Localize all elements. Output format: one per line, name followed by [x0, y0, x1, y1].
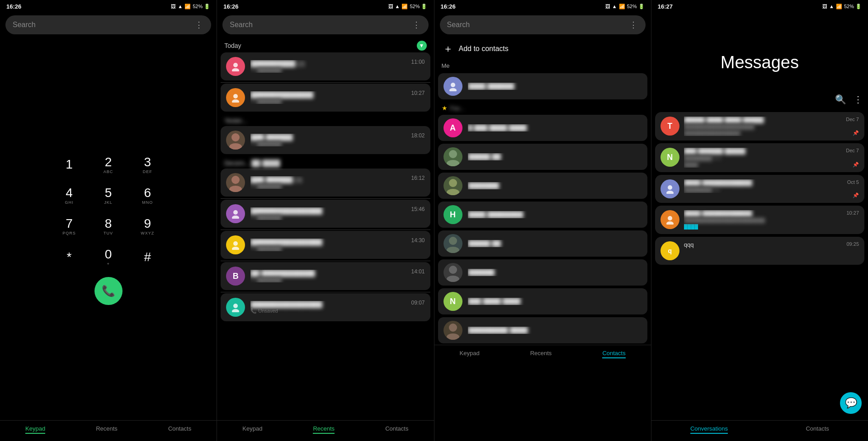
- nav-contacts-3[interactable]: Contacts: [602, 350, 625, 358]
- key-hash[interactable]: #: [128, 242, 167, 272]
- nav-contacts-1[interactable]: Contacts: [168, 425, 191, 434]
- contact-n[interactable]: N ███ ████ ████: [438, 288, 647, 314]
- key-star[interactable]: *: [50, 242, 89, 272]
- contacts-label-4: Contacts: [806, 425, 829, 432]
- svg-point-26: [668, 185, 672, 190]
- call-detail-4: ▼ ███████: [250, 183, 406, 189]
- photo-icon-3: 🖼: [605, 4, 610, 9]
- nav-recents-1[interactable]: Recents: [96, 425, 118, 434]
- call-item-4[interactable]: ███ ██████ (3) ▼ ███████ 16:12: [221, 169, 430, 197]
- more-options-icon-1[interactable]: ⋮: [195, 20, 204, 30]
- avatar-h: H: [443, 205, 462, 224]
- avatar-b: [443, 147, 462, 166]
- call-name-3: ███ ██████: [250, 134, 406, 141]
- key-8[interactable]: 8 TUV: [89, 211, 128, 242]
- call-item-7[interactable]: B ██ ████████████ ▼ ███████ 14:01: [221, 262, 430, 290]
- msg-item-3[interactable]: ████ ████████████ ████████ lấy Oct 5 📌: [655, 175, 864, 203]
- contact-d[interactable]: █████ ██: [438, 230, 647, 257]
- msg-avatar-2: N: [660, 148, 679, 167]
- nav-conversations[interactable]: Conversations: [690, 425, 728, 434]
- nav-keypad-3[interactable]: Keypad: [460, 350, 480, 358]
- compose-fab-button[interactable]: 💬: [840, 392, 862, 414]
- keypad-label-1: Keypad: [25, 425, 45, 432]
- messages-header-icons: 🔍 ⋮: [835, 94, 863, 105]
- time-2: 16:26: [223, 3, 238, 10]
- contact-h[interactable]: H ████ ████████: [438, 202, 647, 228]
- svg-point-27: [666, 191, 674, 194]
- me-label: Me: [434, 61, 651, 72]
- search-bar-1[interactable]: Search ⋮: [5, 15, 211, 34]
- msg-item-2[interactable]: N ███ ██████ █████ ████████ tiền ████ De…: [655, 143, 864, 172]
- key-6[interactable]: 6 MNO: [128, 180, 167, 211]
- search-placeholder-2: Search: [230, 21, 253, 29]
- contact-name-a: █ ███ ████ ████: [468, 124, 642, 131]
- avatar-n: N: [443, 292, 462, 311]
- keypad-panel: 16:26 🖼 ▲ 📶 52% 🔋 Search ⋮ 1 2 ABC 3 DEF: [0, 0, 217, 441]
- nav-contacts-2[interactable]: Contacts: [385, 425, 408, 434]
- section-toggle[interactable]: ▼: [417, 41, 427, 51]
- key-5[interactable]: 5 JKL: [89, 180, 128, 211]
- more-options-icon-3[interactable]: ⋮: [629, 20, 638, 30]
- nav-contacts-4[interactable]: Contacts: [806, 425, 829, 434]
- msg-name-4: ████ ████████████: [684, 210, 859, 217]
- nav-recents-2[interactable]: Recents: [313, 425, 335, 434]
- keypad-area: 1 2 ABC 3 DEF 4 GHI 5 JKL 6 MNO: [0, 37, 217, 420]
- call-item-3[interactable]: ███ ██████ ▼ ███████ 18:02: [221, 126, 430, 154]
- key-2[interactable]: 2 ABC: [89, 150, 128, 180]
- contact-e[interactable]: ██████: [438, 259, 647, 286]
- recents-panel: 16:26 🖼 ▲ 📶 52% 🔋 Search ⋮ Today ▼ █████…: [217, 0, 434, 441]
- svg-point-0: [233, 63, 238, 67]
- recents-list: Today ▼ ██████████ (2) ▼ ███████ 11:00 █…: [217, 37, 434, 420]
- msg-name-1: █████ ████ ████ █████: [684, 117, 859, 123]
- key-1[interactable]: 1: [50, 150, 89, 180]
- call-item-6[interactable]: ████████████████ ▼ ███████ 14:30: [221, 231, 430, 259]
- svg-point-25: [447, 333, 459, 340]
- key-0[interactable]: 0 +: [89, 242, 128, 272]
- svg-point-9: [232, 216, 239, 219]
- call-item-1[interactable]: ██████████ (2) ▼ ███████ 11:00: [221, 52, 430, 80]
- search-bar-2[interactable]: Search ⋮: [222, 15, 428, 34]
- key-9[interactable]: 9 WXYZ: [128, 211, 167, 242]
- contact-f[interactable]: █████████ ████: [438, 317, 647, 343]
- msg-item-4[interactable]: ████ ████████████ ██████████████████████…: [655, 206, 864, 234]
- call-button[interactable]: 📞: [94, 277, 123, 305]
- msg-item-1[interactable]: T █████ ████ ████ █████ ████████████████…: [655, 112, 864, 141]
- msg-name-5: qqq: [684, 241, 859, 248]
- key-7[interactable]: 7 PQRS: [50, 211, 89, 242]
- bottom-nav-3: Keypad Recents Contacts: [434, 345, 651, 366]
- avatar-2: [226, 88, 245, 107]
- svg-point-17: [447, 160, 459, 166]
- contact-info-h: ████ ████████: [468, 211, 642, 218]
- more-options-icon-2[interactable]: ⋮: [412, 20, 421, 30]
- me-contact[interactable]: ████ ██████: [438, 73, 647, 99]
- contact-a[interactable]: A █ ███ ████ ████: [438, 115, 647, 141]
- avatar-4: [226, 173, 245, 192]
- call-time-4: 16:12: [411, 175, 425, 181]
- key-3[interactable]: 3 DEF: [128, 150, 167, 180]
- search-icon-msg[interactable]: 🔍: [835, 94, 846, 105]
- search-bar-3[interactable]: Search ⋮: [440, 15, 646, 34]
- contact-c[interactable]: ███████: [438, 173, 647, 199]
- yesterday-label: Yester...: [224, 117, 247, 124]
- favorites-star-icon: ★: [442, 104, 448, 112]
- nav-recents-3[interactable]: Recents: [530, 350, 552, 358]
- msg-item-5[interactable]: q qqq 09:25: [655, 237, 864, 265]
- call-name-7: ██ ████████████: [250, 270, 406, 277]
- contacts-label-3: Contacts: [602, 350, 625, 357]
- nav-keypad-2[interactable]: Keypad: [242, 425, 262, 434]
- bottom-nav-1: Keypad Recents Contacts: [0, 420, 217, 441]
- more-options-icon-msg[interactable]: ⋮: [854, 94, 863, 105]
- call-item-5[interactable]: ████████████████ ▼ ███████ 15:46: [221, 200, 430, 228]
- nav-keypad-1[interactable]: Keypad: [25, 425, 45, 434]
- signal-icon-4: 📶: [836, 4, 842, 9]
- key-4[interactable]: 4 GHI: [50, 180, 89, 211]
- wifi-icon-2: ▲: [395, 4, 400, 9]
- contact-info-f: █████████ ████: [468, 327, 642, 334]
- call-item-8[interactable]: ████████████████ 📞 Unsaved 09:07: [221, 293, 430, 321]
- add-contact-button[interactable]: ＋ Add to contacts: [434, 37, 651, 61]
- msg-avatar-5: q: [660, 241, 679, 260]
- call-item-2[interactable]: ██████████████ ▼ ███████ 10:27: [221, 84, 430, 112]
- contact-b[interactable]: █████ ██: [438, 144, 647, 170]
- keypad-label-2: Keypad: [242, 425, 262, 432]
- status-bar-1: 16:26 🖼 ▲ 📶 52% 🔋: [0, 0, 217, 13]
